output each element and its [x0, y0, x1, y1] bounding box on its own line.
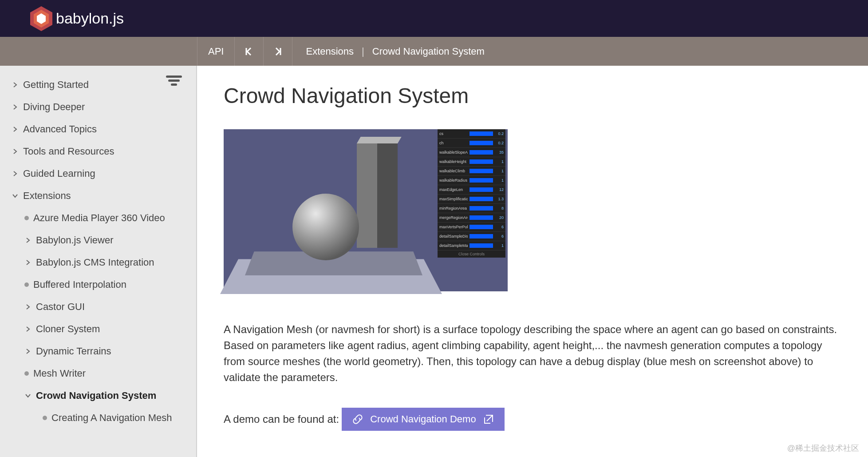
chevron-right-icon [12, 126, 19, 133]
debug-slider[interactable] [470, 215, 493, 220]
debug-close[interactable]: Close Controls [438, 250, 505, 258]
chevron-right-icon [24, 348, 32, 355]
sidebar-item[interactable]: Mesh Writer [0, 362, 196, 385]
header: babylon.js [0, 0, 868, 37]
debug-row: walkableHeight1 [438, 157, 505, 167]
sidebar-item[interactable]: Buffered Interpolation [0, 274, 196, 296]
bullet-icon [43, 416, 47, 420]
debug-label: maxVertsPerPoly [439, 225, 468, 229]
sidebar-item[interactable]: Dynamic Terrains [0, 340, 196, 362]
debug-label: ch [439, 141, 468, 145]
link-icon [351, 413, 364, 425]
debug-slider[interactable] [470, 178, 493, 183]
debug-label: walkableHeight [439, 159, 468, 164]
debug-row: mergeRegionArea20 [438, 213, 505, 223]
chevron-down-icon [12, 192, 19, 199]
debug-slider[interactable] [470, 197, 493, 201]
sidebar-item[interactable]: Extensions [0, 185, 196, 207]
debug-row: detailSampleDist6 [438, 232, 505, 241]
sidebar-item-label: Tools and Resources [23, 146, 114, 157]
debug-panel: cs0.2ch0.2walkableSlopeA35walkableHeight… [438, 129, 505, 258]
debug-value: 8 [495, 206, 504, 211]
bullet-icon [24, 216, 29, 220]
debug-slider[interactable] [470, 225, 493, 229]
sidebar-item-label: Getting Started [23, 79, 89, 91]
sidebar-item[interactable]: Azure Media Player 360 Video [0, 207, 196, 229]
debug-row: walkableSlopeA35 [438, 148, 505, 157]
sidebar-item[interactable]: Crowd Navigation System [0, 385, 196, 407]
filter-icon[interactable] [166, 76, 182, 88]
brand-text: babylon.js [56, 10, 124, 27]
debug-value: 1 [495, 159, 504, 164]
debug-slider[interactable] [470, 187, 493, 192]
api-link[interactable]: API [197, 37, 235, 66]
chevron-down-icon [24, 392, 32, 399]
breadcrumb: Extensions | Crowd Navigation System [292, 46, 484, 57]
debug-label: cs [439, 131, 468, 136]
breadcrumb-separator: | [362, 46, 364, 57]
debug-label: walkableClimb [439, 169, 468, 173]
nav-prev-button[interactable] [235, 37, 264, 66]
bullet-icon [24, 371, 29, 376]
breadcrumb-part[interactable]: Extensions [306, 46, 354, 57]
chevron-right-icon [12, 148, 19, 155]
debug-slider[interactable] [470, 150, 493, 155]
debug-value: 6 [495, 234, 504, 238]
sidebar-item-label: Advanced Topics [23, 123, 97, 135]
sidebar-item[interactable]: Cloner System [0, 318, 196, 340]
sidebar-item-label: Buffered Interpolation [33, 279, 126, 290]
sidebar-item[interactable]: Guided Learning [0, 163, 196, 185]
demo-link-button[interactable]: Crowd Navigation Demo [342, 408, 504, 431]
sidebar-item-label: Crowd Navigation System [36, 390, 156, 401]
sidebar-item-label: Dynamic Terrains [36, 346, 111, 357]
sidebar-item-label: Cloner System [36, 323, 100, 335]
debug-row: walkableClimb1 [438, 167, 505, 176]
chevron-right-icon [24, 237, 32, 244]
topbar: API Extensions | Crowd Navigation System [0, 37, 868, 66]
debug-slider[interactable] [470, 234, 493, 238]
sidebar-item-label: Babylon.js Viewer [36, 234, 113, 246]
debug-value: 0.2 [495, 131, 504, 136]
sidebar-item-label: Babylon.js CMS Integration [36, 257, 154, 268]
debug-value: 1 [495, 178, 504, 183]
debug-row: maxSimplificatio1.3 [438, 195, 505, 204]
debug-label: maxEdgeLen [439, 187, 468, 192]
chevron-right-icon [24, 303, 32, 310]
sidebar-item[interactable]: Advanced Topics [0, 118, 196, 140]
sidebar-item-label: Creating A Navigation Mesh [51, 412, 172, 424]
logo-icon [30, 6, 52, 31]
description-paragraph: A Navigation Mesh (or navmesh for short)… [224, 322, 841, 385]
debug-slider[interactable] [470, 243, 493, 248]
debug-label: mergeRegionArea [439, 215, 468, 220]
debug-label: maxSimplificatio [439, 197, 468, 201]
debug-row: maxEdgeLen12 [438, 185, 505, 195]
sidebar-item[interactable]: Castor GUI [0, 296, 196, 318]
sidebar-item[interactable]: Diving Deeper [0, 96, 196, 118]
sidebar-item-label: Extensions [23, 190, 71, 202]
sidebar-item[interactable]: Babylon.js Viewer [0, 229, 196, 251]
debug-row: ch0.2 [438, 139, 505, 148]
sidebar-item[interactable]: Babylon.js CMS Integration [0, 251, 196, 274]
debug-slider[interactable] [470, 131, 493, 136]
debug-slider[interactable] [470, 141, 493, 145]
debug-slider[interactable] [470, 159, 493, 164]
chevron-right-icon [12, 81, 19, 88]
sidebar-item[interactable]: Creating A Navigation Mesh [0, 407, 196, 429]
debug-value: 1 [495, 243, 504, 248]
debug-value: 0.2 [495, 141, 504, 145]
nav-next-button[interactable] [264, 37, 292, 66]
debug-value: 12 [495, 187, 504, 192]
sidebar: Getting StartedDiving DeeperAdvanced Top… [0, 66, 197, 457]
breadcrumb-part[interactable]: Crowd Navigation System [372, 46, 485, 57]
chevron-right-icon [12, 103, 19, 111]
screenshot-figure: cs0.2ch0.2walkableSlopeA35walkableHeight… [224, 129, 508, 291]
brand-logo[interactable]: babylon.js [30, 6, 124, 31]
demo-intro-text: A demo can be found at: [224, 413, 339, 425]
debug-value: 35 [495, 150, 504, 155]
debug-slider[interactable] [470, 169, 493, 173]
debug-value: 1 [495, 169, 504, 173]
sidebar-item[interactable]: Tools and Resources [0, 140, 196, 163]
watermark: @稀土掘金技术社区 [787, 443, 859, 453]
debug-slider[interactable] [470, 206, 493, 211]
sidebar-item-label: Diving Deeper [23, 101, 85, 113]
